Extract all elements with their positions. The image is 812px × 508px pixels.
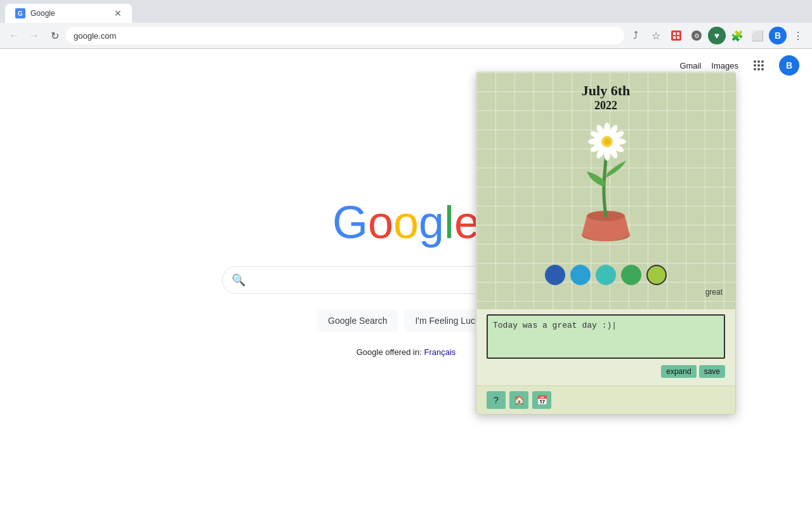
mood-dot-4[interactable] (621, 265, 641, 285)
popup-actions: expand save (487, 365, 725, 378)
svg-text:⚙: ⚙ (694, 32, 700, 39)
page-content: Gmail Images B G o o g l e 🔍 🎤 (0, 49, 812, 508)
tab-close-button[interactable]: ✕ (114, 8, 122, 18)
google-search-button[interactable]: Google Search (317, 309, 398, 332)
popup-body-area: Today was a great day :)| expand save (476, 309, 735, 385)
forward-button[interactable]: → (25, 27, 43, 44)
offered-language-link[interactable]: Français (424, 347, 455, 357)
svg-rect-1 (673, 32, 676, 35)
logo-letter-o2: o (393, 196, 419, 248)
google-apps-icon[interactable] (749, 55, 769, 76)
bookmark-icon[interactable]: ☆ (647, 27, 665, 44)
save-button[interactable]: save (699, 365, 725, 378)
tab-title: Google (30, 9, 109, 18)
profile-button[interactable]: B (769, 27, 787, 44)
extension-icon-1[interactable] (667, 27, 685, 44)
svg-point-15 (761, 68, 764, 70)
share-icon[interactable]: ⤴ (627, 27, 645, 44)
offered-text: Google offered in: (357, 347, 424, 357)
omnibox[interactable] (66, 27, 624, 44)
google-offered: Google offered in: Français (357, 347, 456, 357)
svg-point-14 (757, 68, 760, 70)
diary-textarea[interactable]: Today was a great day :)| (487, 314, 725, 359)
extensions-puzzle-icon[interactable]: 🧩 (728, 27, 746, 44)
reload-button[interactable]: ↻ (46, 27, 63, 44)
svg-point-9 (761, 60, 764, 63)
mood-dot-3[interactable] (596, 265, 616, 285)
extension-icon-2[interactable]: ⚙ (688, 27, 705, 44)
mood-dot-1[interactable] (545, 265, 565, 285)
svg-rect-3 (673, 36, 676, 39)
svg-point-12 (761, 64, 764, 67)
popup-date-main: July 6th (487, 83, 725, 99)
popup-mood-section (487, 265, 725, 285)
google-profile-button[interactable]: B (779, 55, 799, 76)
svg-point-8 (757, 60, 760, 63)
svg-rect-2 (677, 32, 679, 35)
plant-illustration (555, 117, 657, 257)
popup-plant-container (487, 117, 725, 257)
split-view-icon[interactable]: ⬜ (749, 27, 766, 44)
mood-dot-2[interactable] (570, 265, 591, 285)
logo-letter-o1: o (368, 196, 393, 248)
mood-label: great (487, 288, 725, 297)
logo-letter-g2: g (419, 196, 444, 248)
tab-favicon: G (15, 8, 25, 18)
help-button[interactable]: ? (487, 391, 506, 409)
back-button[interactable]: ← (5, 27, 23, 44)
svg-rect-4 (677, 36, 679, 39)
logo-letter-g: G (332, 196, 368, 248)
svg-point-31 (604, 138, 610, 145)
omnibox-input[interactable] (74, 31, 617, 41)
svg-point-13 (754, 68, 756, 70)
toolbar: ← → ↻ ⤴ ☆ ⚙ ♥ 🧩 ⬜ B ⋮ (0, 23, 812, 48)
menu-icon[interactable]: ⋮ (789, 27, 807, 44)
svg-point-11 (757, 64, 760, 67)
popup-date-section: July 6th 2022 (487, 83, 725, 112)
svg-rect-0 (671, 30, 681, 41)
popup-footer: ? 🏠 📅 (476, 385, 735, 414)
home-button[interactable]: 🏠 (509, 391, 528, 409)
toolbar-icons: ⤴ ☆ ⚙ ♥ 🧩 ⬜ B ⋮ (627, 27, 807, 44)
gmail-link[interactable]: Gmail (679, 61, 701, 70)
svg-point-10 (754, 64, 756, 67)
extension-heart-icon[interactable]: ♥ (708, 27, 726, 44)
svg-point-7 (754, 60, 756, 63)
mood-dot-5[interactable] (646, 265, 667, 285)
popup-grid-bg: July 6th 2022 (476, 72, 735, 309)
browser-chrome: G Google ✕ ← → ↻ ⤴ ☆ ⚙ ♥ 🧩 ⬜ B ⋮ (0, 0, 812, 49)
calendar-button[interactable]: 📅 (532, 391, 551, 409)
search-buttons: Google Search I'm Feeling Lucky (317, 309, 495, 332)
images-link[interactable]: Images (711, 61, 738, 70)
active-tab[interactable]: G Google ✕ (5, 4, 132, 23)
popup-date-year: 2022 (487, 99, 725, 112)
search-icon: 🔍 (232, 273, 246, 287)
google-logo: G o o g l e (332, 196, 480, 248)
expand-button[interactable]: expand (661, 365, 696, 378)
tab-bar: G Google ✕ (0, 0, 812, 23)
logo-letter-l: l (444, 196, 454, 248)
extension-popup: July 6th 2022 (476, 72, 736, 415)
